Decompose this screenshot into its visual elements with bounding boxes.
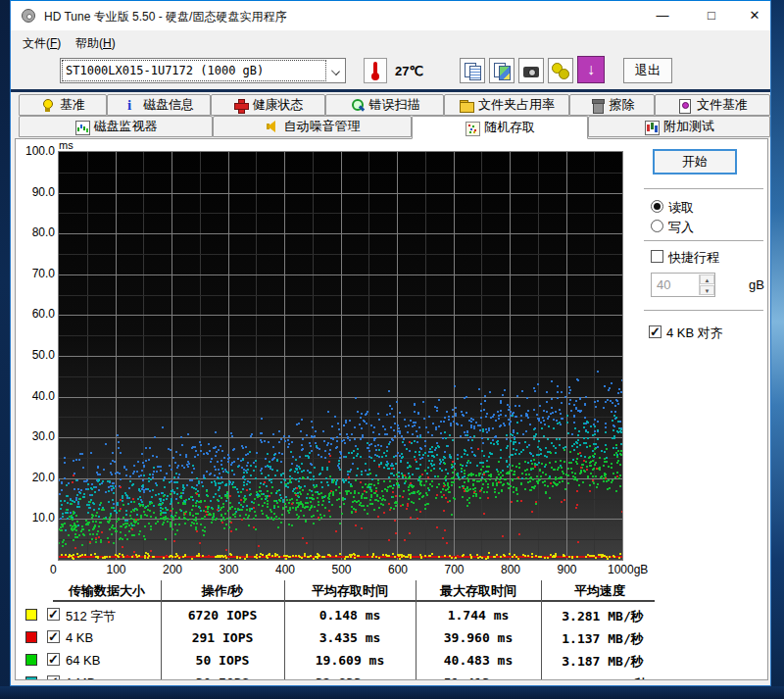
menu-help[interactable]: 帮助(H): [72, 33, 120, 54]
title-bar[interactable]: HD Tune 专业版 5.50 - 硬盘/固态硬盘实用程序 — □ ✕: [11, 1, 770, 30]
tab-label: 文件夹占用率: [478, 96, 555, 114]
series-label: 4 KB: [66, 630, 93, 645]
tab-health[interactable]: 健康状态: [211, 94, 325, 116]
bulb-icon: [40, 98, 55, 113]
col-header-ops: 操作/秒: [161, 582, 284, 600]
ops-cell: 6720 IOPS: [161, 608, 284, 623]
copy-image-button[interactable]: [489, 58, 514, 83]
folder-icon: [459, 98, 473, 113]
desktop-background-right: [771, 0, 784, 699]
monitor-icon: [74, 120, 89, 134]
exit-button[interactable]: 退出: [623, 58, 672, 83]
start-button[interactable]: 开始: [653, 149, 737, 175]
temperature-value: 27℃: [395, 64, 423, 78]
speed-cell: 1.137 MB/秒: [541, 630, 664, 648]
table-row-512b: 512 字节 6720 IOPS 0.148 ms 1.744 ms 3.281…: [16, 605, 768, 626]
thermometer-bulb-icon: [371, 73, 379, 80]
series-color-swatch: [25, 654, 37, 666]
tab-label: 随机存取: [484, 119, 535, 136]
speed-cell: 3.281 MB/秒: [541, 608, 664, 625]
window-title: HD Tune 专业版 5.50 - 硬盘/固态硬盘实用程序: [44, 9, 286, 25]
tab-auto-acoustic[interactable]: 自动噪音管理: [213, 116, 412, 137]
tab-erase[interactable]: 擦除: [569, 94, 655, 116]
series-1mb-checkbox[interactable]: [47, 675, 60, 680]
temperature-button[interactable]: [364, 58, 387, 83]
separator: [644, 310, 763, 311]
y-axis-unit: ms: [59, 139, 74, 151]
app-icon: [21, 8, 36, 24]
series-label: 512 字节: [66, 608, 116, 625]
y-tick-label: 50.0: [16, 348, 55, 362]
scatter-chart: [58, 151, 623, 561]
toolbar: ST1000LX015-1U7172 (1000 gB) 27℃ ↓ 退出: [11, 52, 770, 89]
save-results-button[interactable]: ↓: [577, 56, 605, 83]
avg-cell: 0.148 ms: [284, 608, 416, 623]
avg-cell: 19.609 ms: [284, 653, 416, 668]
spinner-up-icon[interactable]: ▲: [700, 275, 714, 284]
screenshot-button[interactable]: [518, 58, 544, 83]
align-checkbox-label: 4 KB 对齐: [666, 325, 723, 342]
random-access-panel: ms 100.090.080.070.060.050.040.030.020.0…: [15, 138, 768, 680]
focus-rect: [63, 61, 325, 80]
desktop-background-bottom: [0, 686, 784, 699]
series-512b-checkbox[interactable]: [47, 608, 60, 621]
series-color-swatch: [25, 631, 37, 643]
copy-text-button[interactable]: [460, 58, 485, 83]
minimize-button[interactable]: —: [646, 1, 679, 30]
series-4kb-checkbox[interactable]: [47, 630, 60, 643]
magnifier-icon: [350, 98, 365, 113]
menu-help-key: H: [103, 36, 112, 50]
short-stroke-checkbox[interactable]: [651, 250, 663, 263]
menu-file[interactable]: 文件(F): [19, 33, 65, 54]
separator: [644, 188, 763, 189]
drive-select-dropdown[interactable]: ST1000LX015-1U7172 (1000 gB): [60, 58, 346, 83]
tab-random-access[interactable]: 随机存取: [412, 116, 588, 139]
tab-label: 擦除: [610, 96, 635, 114]
tab-label: 附加测试: [663, 118, 714, 135]
x-tick-label: 500: [332, 563, 391, 576]
tab-label: 健康状态: [253, 96, 304, 114]
read-radio[interactable]: [651, 200, 663, 213]
health-cross-icon: [233, 98, 248, 113]
extra-tests-icon: [644, 120, 659, 134]
tab-label: 磁盘监视器: [94, 118, 158, 135]
tab-label: 基准: [60, 96, 85, 114]
write-radio-label: 写入: [668, 219, 694, 236]
table-row-64kb: 64 KB 50 IOPS 19.609 ms 40.483 ms 3.187 …: [16, 650, 768, 672]
avg-cell: 32.833 ms: [284, 675, 416, 680]
short-stroke-spinner[interactable]: 40 ▲ ▼: [651, 273, 715, 297]
series-color-swatch: [25, 609, 37, 621]
y-tick-label: 30.0: [16, 429, 55, 443]
y-tick-label: 60.0: [16, 307, 55, 321]
col-header-max-access: 最大存取时间: [416, 582, 541, 600]
tab-folder-usage[interactable]: 文件夹占用率: [444, 94, 569, 116]
file-benchmark-icon: [677, 98, 692, 113]
maximize-button[interactable]: □: [695, 1, 728, 30]
y-tick-label: 40.0: [16, 389, 55, 403]
ops-cell: 30 IOPS: [161, 675, 284, 680]
y-tick-label: 70.0: [16, 267, 55, 280]
speed-cell: 3.187 MB/秒: [541, 653, 664, 671]
tab-benchmark[interactable]: 基准: [19, 94, 107, 116]
menu-help-text2: ): [112, 36, 116, 50]
x-tick-label: 700: [445, 563, 504, 576]
app-window: HD Tune 专业版 5.50 - 硬盘/固态硬盘实用程序 — □ ✕ 文件(…: [10, 0, 771, 686]
y-tick-label: 10.0: [16, 511, 55, 524]
close-button[interactable]: ✕: [738, 1, 771, 30]
tab-disk-monitor[interactable]: 磁盘监视器: [19, 116, 213, 137]
max-cell: 40.483 ms: [416, 653, 541, 668]
spinner-down-icon[interactable]: ▼: [700, 285, 714, 295]
options-button[interactable]: [548, 58, 573, 83]
align-checkbox[interactable]: [649, 325, 662, 338]
screen: HD Tune 专业版 5.50 - 硬盘/固态硬盘实用程序 — □ ✕ 文件(…: [0, 0, 784, 699]
x-tick-label: 0: [50, 563, 109, 576]
tab-label: 错误扫描: [369, 96, 420, 114]
series-64kb-checkbox[interactable]: [47, 653, 60, 666]
tab-extra-tests[interactable]: 附加测试: [588, 116, 770, 137]
write-radio[interactable]: [651, 220, 663, 232]
menu-help-text: 帮助(: [75, 36, 103, 50]
tab-error-scan[interactable]: 错误扫描: [325, 94, 444, 116]
tab-disk-info[interactable]: 磁盘信息: [107, 94, 211, 116]
tab-file-benchmark[interactable]: 文件基准: [655, 94, 770, 116]
speed-cell: 31.413 MB/秒: [541, 675, 664, 680]
